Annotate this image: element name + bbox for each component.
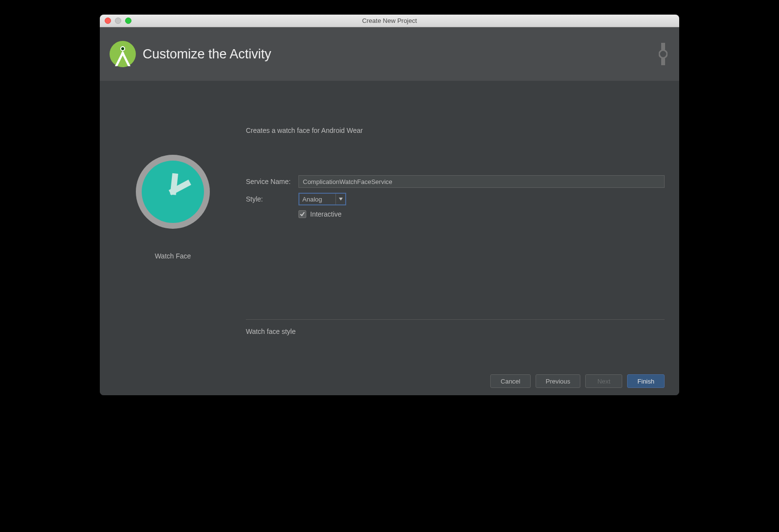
dialog-header: Customize the Activity [100, 27, 679, 81]
window-controls [100, 18, 131, 24]
svg-point-1 [121, 47, 125, 51]
watch-icon [659, 42, 668, 66]
finish-button[interactable]: Finish [627, 374, 665, 388]
preview-pane: Watch Face [100, 81, 246, 367]
svg-rect-2 [661, 43, 665, 50]
dialog-window: Create New Project Customize the Activit… [100, 15, 679, 395]
next-button: Next [585, 374, 622, 388]
service-name-row: Service Name: [246, 175, 665, 188]
window-title: Create New Project [362, 17, 417, 24]
maximize-button[interactable] [125, 18, 131, 24]
style-select[interactable]: Analog [298, 193, 346, 205]
form-description: Creates a watch face for Android Wear [246, 127, 665, 134]
watch-face-preview-icon [135, 154, 211, 230]
style-select-value: Analog [299, 196, 335, 203]
dialog-footer: Cancel Previous Next Finish [100, 367, 679, 395]
page-title: Customize the Activity [143, 47, 271, 62]
help-text: Watch face style [246, 328, 665, 335]
checkmark-icon [299, 211, 305, 217]
interactive-checkbox[interactable] [298, 210, 306, 218]
previous-button[interactable]: Previous [536, 374, 581, 388]
close-button[interactable] [105, 18, 111, 24]
svg-rect-4 [661, 58, 665, 65]
divider [246, 319, 665, 320]
minimize-button[interactable] [115, 18, 121, 24]
svg-point-3 [659, 50, 667, 58]
header-left: Customize the Activity [109, 40, 271, 68]
form-pane: Creates a watch face for Android Wear Se… [246, 81, 679, 367]
interactive-row: Interactive [298, 210, 665, 218]
titlebar: Create New Project [100, 15, 679, 27]
style-label: Style: [246, 195, 298, 203]
android-studio-icon [109, 40, 137, 68]
service-name-label: Service Name: [246, 178, 298, 185]
interactive-label: Interactive [310, 210, 342, 218]
chevron-down-icon [335, 194, 345, 204]
preview-label: Watch Face [155, 252, 191, 260]
style-row: Style: Analog [246, 193, 665, 205]
content-area: Watch Face Creates a watch face for Andr… [100, 81, 679, 367]
service-name-input[interactable] [298, 175, 665, 188]
cancel-button[interactable]: Cancel [490, 374, 530, 388]
